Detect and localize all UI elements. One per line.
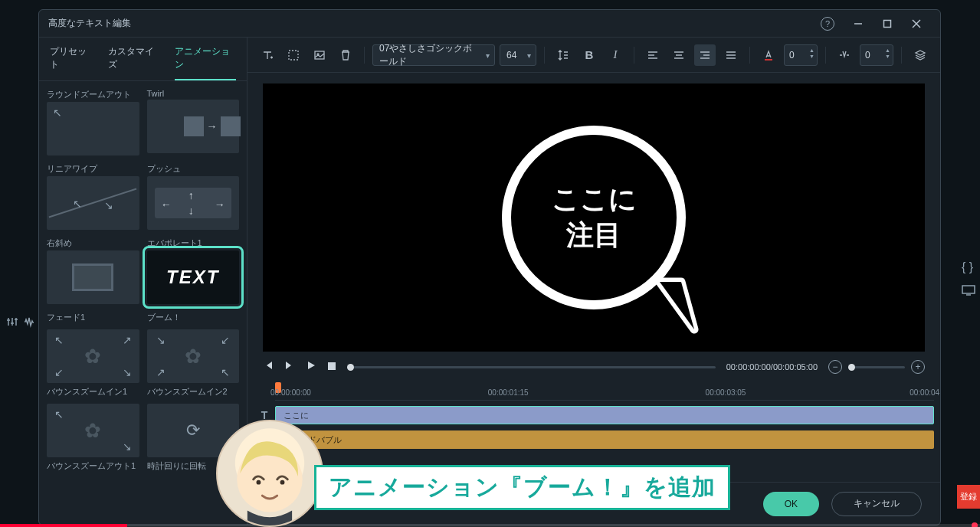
add-text-icon[interactable] (257, 44, 278, 66)
bold-icon[interactable]: B (578, 44, 600, 66)
preset-item[interactable]: エバポレート1 TEXT (147, 234, 240, 304)
maximize-button[interactable] (873, 13, 902, 34)
align-left-icon[interactable] (642, 44, 664, 66)
ok-button[interactable]: OK (763, 492, 819, 516)
tab-animation[interactable]: アニメーション (175, 45, 237, 80)
tab-customize[interactable]: カスタマイズ (108, 45, 161, 80)
svg-rect-4 (289, 51, 298, 60)
cancel-button[interactable]: キャンセル (831, 492, 922, 516)
monitor-icon[interactable] (962, 285, 975, 299)
layers-icon[interactable] (910, 44, 931, 66)
svg-rect-1 (884, 20, 891, 27)
titlebar: 高度なテキスト編集 ? (39, 10, 940, 38)
playback-slider[interactable] (347, 366, 716, 368)
left-toolbar-icons (6, 316, 35, 328)
main-panel: 07やさしさゴシックボールド▾ 64▾ B I 0▲▼ 0▲▼ (247, 38, 940, 525)
line-spacing-input[interactable]: 0▲▼ (860, 44, 893, 66)
preset-item[interactable]: ↖✿↘ バウンスズームアウト1 (47, 404, 139, 473)
sliders-icon[interactable] (6, 316, 18, 328)
line-height-icon[interactable] (552, 44, 574, 66)
prev-frame-button[interactable] (263, 360, 274, 374)
preset-item[interactable]: ↘✿↙↗↖ バウンスズームイン2 (147, 329, 240, 399)
zoom-in-button[interactable]: + (911, 360, 925, 374)
letter-width-icon[interactable] (834, 44, 855, 66)
preset-item[interactable]: 右斜め (47, 234, 139, 304)
preset-thumb-boom[interactable]: TEXT (147, 250, 240, 304)
text-track: T ここに (254, 405, 934, 425)
zoom-slider[interactable] (848, 366, 905, 368)
presenter-avatar (216, 420, 323, 527)
svg-rect-14 (962, 286, 975, 293)
advanced-text-editor-dialog: 高度なテキスト編集 ? プリセット カスタマイズ アニメーション ラウンドズーム… (38, 9, 941, 525)
preset-item[interactable]: Twirl → (147, 86, 240, 155)
align-right-icon[interactable] (694, 44, 716, 66)
bubble-tail-icon (652, 276, 706, 337)
tab-preset[interactable]: プリセット (50, 45, 94, 80)
preset-item[interactable]: リニアワイプ ↖↘ (47, 160, 139, 230)
code-icon[interactable]: { } (962, 260, 975, 274)
preset-item[interactable]: ラウンドズームアウト ↖ (47, 86, 139, 155)
animation-sidebar: プリセット カスタマイズ アニメーション ラウンドズームアウト ↖ Twirl … (39, 38, 247, 525)
selection-icon[interactable] (283, 44, 304, 66)
font-select[interactable]: 07やさしさゴシックボールド▾ (372, 44, 495, 66)
sidebar-tabs: プリセット カスタマイズ アニメーション (39, 38, 247, 81)
font-size-select[interactable]: 64▾ (500, 44, 536, 66)
svg-rect-7 (765, 59, 772, 61)
video-progress-bar[interactable] (0, 524, 980, 527)
minimize-button[interactable] (844, 13, 873, 34)
window-title: 高度なテキスト編集 (48, 17, 131, 30)
italic-icon[interactable]: I (605, 44, 626, 66)
text-color-icon[interactable] (758, 44, 779, 66)
text-clip[interactable]: ここに (275, 406, 934, 424)
preset-item[interactable]: プッシュ ↑←→↓ (147, 160, 240, 230)
preset-item[interactable]: ↖✿↗↙↘ バウンスズームイン1 (47, 329, 139, 399)
subscribe-badge[interactable]: 登録 (957, 485, 980, 509)
waveform-icon[interactable] (23, 316, 35, 328)
preset-list[interactable]: ラウンドズームアウト ↖ Twirl → リニアワイプ ↖↘ プッシュ ↑←→↓ (39, 81, 247, 525)
help-icon[interactable]: ? (821, 17, 834, 31)
preview-canvas[interactable]: ここに 注目 (263, 83, 925, 352)
preset-item[interactable]: ブーム！ (147, 309, 240, 325)
timecode: 00:00:00:00/00:00:05:00 (726, 362, 818, 372)
shape-clip[interactable]: ラウンドバブル (275, 430, 934, 449)
align-center-icon[interactable] (668, 44, 690, 66)
zoom-out-button[interactable]: − (828, 360, 842, 374)
image-icon[interactable] (309, 44, 330, 66)
svg-point-13 (280, 480, 285, 485)
shape-track: ラウンドバブル (254, 430, 934, 450)
stop-button[interactable] (327, 360, 336, 374)
svg-rect-8 (328, 362, 336, 370)
text-toolbar: 07やさしさゴシックボールド▾ 64▾ B I 0▲▼ 0▲▼ (247, 38, 940, 73)
align-justify-icon[interactable] (720, 44, 742, 66)
timeline-ruler[interactable]: 00:00:00:00 00:00:01:15 00:00:03:05 00:0… (275, 382, 934, 401)
caption-overlay: アニメーション『ブーム！』を追加 (314, 465, 730, 510)
svg-point-12 (257, 480, 261, 485)
right-panel-icons: { } (962, 260, 975, 299)
close-button[interactable] (902, 13, 931, 34)
delete-icon[interactable] (335, 44, 356, 66)
play-button[interactable] (306, 360, 316, 374)
preset-item[interactable]: フェード1 (47, 309, 139, 325)
char-spacing-input[interactable]: 0▲▼ (784, 44, 818, 66)
next-frame-button[interactable] (284, 360, 295, 374)
transport-controls: 00:00:00:00/00:00:05:00 − + (247, 352, 940, 382)
